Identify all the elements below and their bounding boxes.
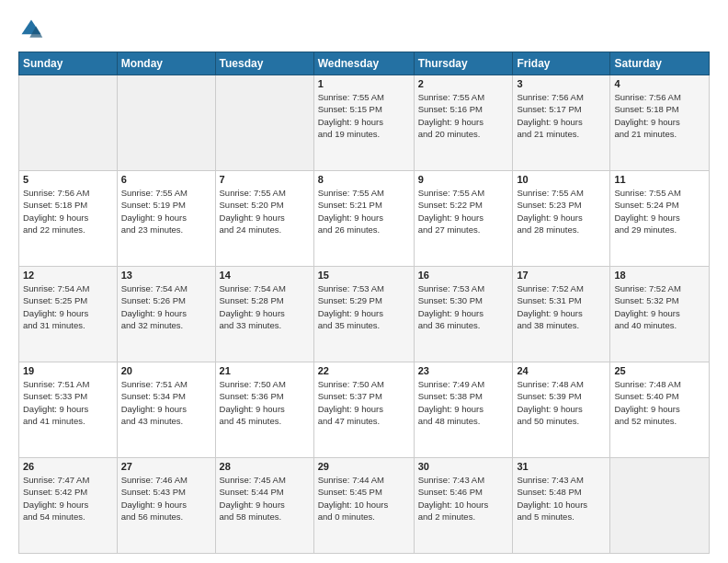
day-number: 18: [614, 270, 705, 281]
day-number: 12: [23, 270, 113, 281]
day-number: 17: [517, 270, 606, 281]
day-info: Sunrise: 7:55 AM Sunset: 5:21 PM Dayligh…: [318, 187, 410, 236]
day-number: 3: [517, 78, 606, 89]
day-cell: 21Sunrise: 7:50 AM Sunset: 5:36 PM Dayli…: [215, 362, 313, 458]
day-cell: 18Sunrise: 7:52 AM Sunset: 5:32 PM Dayli…: [610, 267, 710, 362]
day-number: 25: [614, 365, 705, 376]
day-number: 8: [318, 174, 410, 185]
day-info: Sunrise: 7:51 AM Sunset: 5:33 PM Dayligh…: [23, 378, 113, 427]
day-info: Sunrise: 7:56 AM Sunset: 5:18 PM Dayligh…: [614, 91, 705, 140]
day-info: Sunrise: 7:51 AM Sunset: 5:34 PM Dayligh…: [121, 378, 211, 427]
col-header-saturday: Saturday: [610, 52, 710, 75]
day-number: 28: [220, 461, 310, 472]
day-info: Sunrise: 7:52 AM Sunset: 5:32 PM Dayligh…: [614, 282, 705, 331]
day-number: 7: [220, 174, 310, 185]
day-cell: 26Sunrise: 7:47 AM Sunset: 5:42 PM Dayli…: [19, 458, 118, 554]
col-header-wednesday: Wednesday: [313, 52, 414, 75]
day-cell: 4Sunrise: 7:56 AM Sunset: 5:18 PM Daylig…: [610, 75, 710, 171]
day-number: 27: [121, 461, 211, 472]
day-cell: 25Sunrise: 7:48 AM Sunset: 5:40 PM Dayli…: [610, 362, 710, 458]
day-number: 15: [318, 270, 410, 281]
day-info: Sunrise: 7:52 AM Sunset: 5:31 PM Dayligh…: [517, 282, 606, 331]
day-number: 4: [614, 78, 705, 89]
day-cell: 30Sunrise: 7:43 AM Sunset: 5:46 PM Dayli…: [414, 458, 513, 554]
day-cell: 1Sunrise: 7:55 AM Sunset: 5:15 PM Daylig…: [313, 75, 414, 171]
day-info: Sunrise: 7:43 AM Sunset: 5:48 PM Dayligh…: [517, 474, 606, 523]
day-number: 2: [418, 78, 509, 89]
day-info: Sunrise: 7:46 AM Sunset: 5:43 PM Dayligh…: [121, 474, 211, 523]
day-number: 22: [318, 365, 410, 376]
col-header-sunday: Sunday: [19, 52, 118, 75]
day-cell: 11Sunrise: 7:55 AM Sunset: 5:24 PM Dayli…: [610, 171, 710, 267]
day-cell: 31Sunrise: 7:43 AM Sunset: 5:48 PM Dayli…: [513, 458, 610, 554]
day-number: 30: [418, 461, 509, 472]
day-number: 24: [517, 365, 606, 376]
day-number: 14: [220, 270, 310, 281]
day-cell: 12Sunrise: 7:54 AM Sunset: 5:25 PM Dayli…: [19, 267, 118, 362]
day-info: Sunrise: 7:56 AM Sunset: 5:17 PM Dayligh…: [517, 91, 606, 140]
day-number: 29: [318, 461, 410, 472]
col-header-tuesday: Tuesday: [215, 52, 313, 75]
col-header-thursday: Thursday: [414, 52, 513, 75]
day-cell: 6Sunrise: 7:55 AM Sunset: 5:19 PM Daylig…: [117, 171, 215, 267]
day-cell: 17Sunrise: 7:52 AM Sunset: 5:31 PM Dayli…: [513, 267, 610, 362]
day-cell: 20Sunrise: 7:51 AM Sunset: 5:34 PM Dayli…: [117, 362, 215, 458]
header: [18, 17, 710, 42]
col-header-friday: Friday: [513, 52, 610, 75]
day-info: Sunrise: 7:55 AM Sunset: 5:16 PM Dayligh…: [418, 91, 509, 140]
day-info: Sunrise: 7:55 AM Sunset: 5:19 PM Dayligh…: [121, 187, 211, 236]
day-info: Sunrise: 7:48 AM Sunset: 5:39 PM Dayligh…: [517, 378, 606, 427]
day-number: 11: [614, 174, 705, 185]
day-info: Sunrise: 7:44 AM Sunset: 5:45 PM Dayligh…: [318, 474, 410, 523]
day-cell: 29Sunrise: 7:44 AM Sunset: 5:45 PM Dayli…: [313, 458, 414, 554]
day-number: 16: [418, 270, 509, 281]
day-info: Sunrise: 7:50 AM Sunset: 5:37 PM Dayligh…: [318, 378, 410, 427]
day-cell: [610, 458, 710, 554]
header-row: SundayMondayTuesdayWednesdayThursdayFrid…: [19, 52, 710, 75]
day-cell: [215, 75, 313, 171]
day-info: Sunrise: 7:55 AM Sunset: 5:23 PM Dayligh…: [517, 187, 606, 236]
day-info: Sunrise: 7:47 AM Sunset: 5:42 PM Dayligh…: [23, 474, 113, 523]
day-cell: 28Sunrise: 7:45 AM Sunset: 5:44 PM Dayli…: [215, 458, 313, 554]
col-header-monday: Monday: [117, 52, 215, 75]
week-row-2: 12Sunrise: 7:54 AM Sunset: 5:25 PM Dayli…: [19, 267, 710, 362]
day-info: Sunrise: 7:50 AM Sunset: 5:36 PM Dayligh…: [220, 378, 310, 427]
day-cell: 14Sunrise: 7:54 AM Sunset: 5:28 PM Dayli…: [215, 267, 313, 362]
week-row-3: 19Sunrise: 7:51 AM Sunset: 5:33 PM Dayli…: [19, 362, 710, 458]
day-cell: 24Sunrise: 7:48 AM Sunset: 5:39 PM Dayli…: [513, 362, 610, 458]
day-number: 19: [23, 365, 113, 376]
day-cell: 13Sunrise: 7:54 AM Sunset: 5:26 PM Dayli…: [117, 267, 215, 362]
calendar: SundayMondayTuesdayWednesdayThursdayFrid…: [18, 52, 710, 554]
day-info: Sunrise: 7:54 AM Sunset: 5:28 PM Dayligh…: [220, 282, 310, 331]
logo-icon: [18, 17, 44, 42]
day-info: Sunrise: 7:54 AM Sunset: 5:26 PM Dayligh…: [121, 282, 211, 331]
day-info: Sunrise: 7:53 AM Sunset: 5:30 PM Dayligh…: [418, 282, 509, 331]
week-row-4: 26Sunrise: 7:47 AM Sunset: 5:42 PM Dayli…: [19, 458, 710, 554]
day-info: Sunrise: 7:55 AM Sunset: 5:24 PM Dayligh…: [614, 187, 705, 236]
day-number: 5: [23, 174, 113, 185]
day-number: 26: [23, 461, 113, 472]
day-info: Sunrise: 7:56 AM Sunset: 5:18 PM Dayligh…: [23, 187, 113, 236]
day-cell: 22Sunrise: 7:50 AM Sunset: 5:37 PM Dayli…: [313, 362, 414, 458]
day-cell: 8Sunrise: 7:55 AM Sunset: 5:21 PM Daylig…: [313, 171, 414, 267]
day-number: 13: [121, 270, 211, 281]
day-cell: 16Sunrise: 7:53 AM Sunset: 5:30 PM Dayli…: [414, 267, 513, 362]
day-number: 10: [517, 174, 606, 185]
day-info: Sunrise: 7:45 AM Sunset: 5:44 PM Dayligh…: [220, 474, 310, 523]
day-number: 23: [418, 365, 509, 376]
day-number: 1: [318, 78, 410, 89]
day-cell: 23Sunrise: 7:49 AM Sunset: 5:38 PM Dayli…: [414, 362, 513, 458]
day-number: 9: [418, 174, 509, 185]
day-cell: 15Sunrise: 7:53 AM Sunset: 5:29 PM Dayli…: [313, 267, 414, 362]
week-row-0: 1Sunrise: 7:55 AM Sunset: 5:15 PM Daylig…: [19, 75, 710, 171]
day-info: Sunrise: 7:55 AM Sunset: 5:20 PM Dayligh…: [220, 187, 310, 236]
day-cell: 5Sunrise: 7:56 AM Sunset: 5:18 PM Daylig…: [19, 171, 118, 267]
day-number: 20: [121, 365, 211, 376]
day-info: Sunrise: 7:48 AM Sunset: 5:40 PM Dayligh…: [614, 378, 705, 427]
day-number: 31: [517, 461, 606, 472]
page: SundayMondayTuesdayWednesdayThursdayFrid…: [0, 0, 728, 563]
day-cell: 3Sunrise: 7:56 AM Sunset: 5:17 PM Daylig…: [513, 75, 610, 171]
day-cell: 7Sunrise: 7:55 AM Sunset: 5:20 PM Daylig…: [215, 171, 313, 267]
day-cell: [19, 75, 118, 171]
day-number: 21: [220, 365, 310, 376]
